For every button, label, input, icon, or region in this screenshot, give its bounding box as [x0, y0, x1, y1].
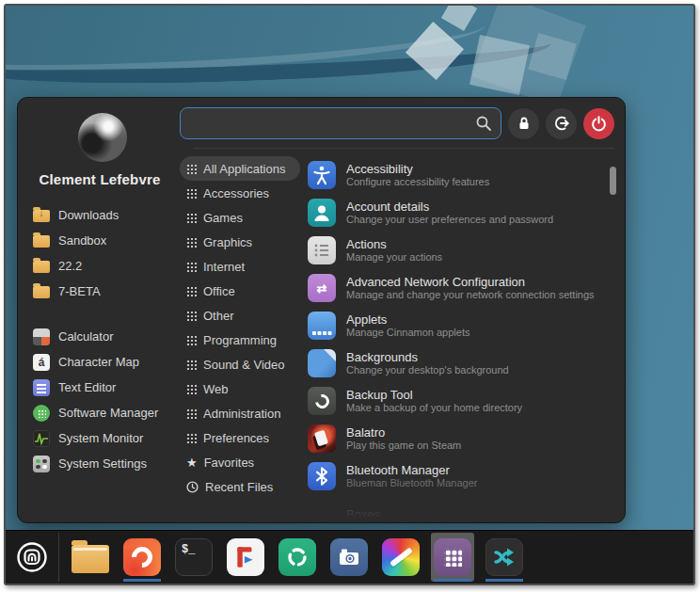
category-label: Office — [203, 284, 235, 298]
network-arrows-icon: ⇄ — [308, 274, 336, 302]
accessibility-icon — [308, 161, 336, 189]
category-programming[interactable]: Programming — [180, 328, 300, 352]
category-label: Other — [203, 309, 234, 323]
category-office[interactable]: Office — [180, 279, 300, 303]
category-label: Administration — [203, 407, 280, 421]
category-all-applications[interactable]: All Applications — [180, 156, 300, 181]
taskbar-firefox[interactable] — [120, 533, 164, 582]
backgrounds-icon — [308, 349, 336, 377]
paint-wheel-icon — [382, 538, 420, 576]
app-name: Backgrounds — [346, 350, 509, 364]
app-description: Manage Cinnamon applets — [346, 327, 469, 339]
category-sound-video[interactable]: Sound & Video — [180, 352, 300, 376]
search-input[interactable] — [180, 107, 501, 139]
category-label: Web — [203, 382, 229, 396]
category-administration[interactable]: Administration — [180, 401, 300, 425]
app-name: Balatro — [346, 425, 461, 440]
app-icon — [308, 520, 336, 522]
grid-tiles-icon — [434, 538, 471, 576]
system-monitor-icon — [33, 430, 50, 447]
place-label: 7-BETA — [58, 284, 101, 298]
grid-icon — [186, 286, 197, 296]
logout-button[interactable] — [546, 108, 577, 139]
app-bluetooth-manager[interactable]: Bluetooth Manager Blueman Bluetooth Mana… — [308, 457, 625, 495]
category-games[interactable]: Games — [180, 205, 300, 230]
app-description: Change your desktop's background — [346, 364, 509, 376]
shortcut-system-monitor[interactable]: System Monitor — [33, 425, 176, 451]
category-label: Programming — [203, 333, 277, 347]
taskbar-camera-app[interactable] — [327, 533, 371, 582]
taskbar-terminal[interactable]: $_ — [172, 533, 215, 582]
taskbar-transfer-app[interactable] — [483, 533, 526, 582]
mint-logo — [14, 539, 50, 575]
user-avatar[interactable] — [78, 113, 127, 162]
app-name: Advanced Network Configuration — [346, 275, 595, 289]
taskbar-red-f-launcher[interactable] — [224, 533, 267, 582]
actions-list-icon — [308, 236, 336, 264]
category-recent-files[interactable]: Recent Files — [180, 474, 300, 499]
scrollbar-thumb[interactable] — [610, 167, 616, 195]
shortcut-system-settings[interactable]: System Settings — [33, 451, 176, 476]
lock-icon — [517, 116, 532, 131]
app-applets[interactable]: Applets Manage Cinnamon applets — [308, 307, 625, 344]
grid-icon — [186, 384, 197, 394]
category-preferences[interactable]: Preferences — [180, 425, 300, 450]
shortcut-calculator[interactable]: Calculator — [33, 324, 176, 349]
app-description: Configure accessibility features — [346, 176, 489, 188]
grid-icon — [186, 164, 197, 174]
category-favorites[interactable]: ★ Favorites — [180, 450, 300, 474]
category-label: Internet — [203, 260, 245, 274]
app-name: Backup Tool — [346, 388, 522, 402]
category-web[interactable]: Web — [180, 376, 300, 401]
menu-button[interactable] — [11, 536, 53, 578]
category-accessories[interactable]: Accessories — [180, 181, 300, 205]
taskbar-drawing-app[interactable] — [379, 533, 422, 582]
star-icon: ★ — [186, 457, 198, 468]
logout-icon — [553, 115, 570, 132]
place-22-2[interactable]: 22.2 — [33, 253, 176, 279]
category-internet[interactable]: Internet — [180, 254, 300, 279]
taskbar: $_ — [6, 530, 693, 584]
app-backup-tool[interactable]: Backup Tool Make a backup of your home d… — [308, 382, 625, 420]
shortcut-text-editor[interactable]: Text Editor — [33, 375, 176, 400]
category-other[interactable]: Other — [180, 303, 300, 328]
category-graphics[interactable]: Graphics — [180, 230, 300, 254]
app-name: Accessibility — [346, 162, 489, 176]
category-label: Sound & Video — [203, 358, 285, 372]
grid-icon — [186, 360, 197, 370]
grid-icon — [186, 433, 197, 443]
calculator-icon — [33, 328, 50, 345]
shortcut-character-map[interactable]: á Character Map — [33, 349, 176, 375]
system-settings-icon — [33, 456, 50, 472]
text-editor-icon — [33, 379, 50, 396]
sync-ring-icon — [278, 538, 316, 576]
app-boxes-partial[interactable]: Boxes — [308, 495, 625, 522]
category-label: Games — [203, 211, 243, 225]
app-name: Bluetooth Manager — [346, 463, 477, 477]
taskbar-green-sync-app[interactable] — [276, 533, 319, 582]
taskbar-web-apps-grid[interactable] — [431, 533, 474, 582]
lock-button[interactable] — [508, 108, 539, 139]
place-sandbox[interactable]: Sandbox — [33, 228, 176, 253]
power-button[interactable] — [583, 108, 614, 139]
place-downloads[interactable]: ↓ Downloads — [33, 202, 176, 228]
taskbar-file-manager[interactable] — [69, 533, 112, 582]
shortcut-label: Software Manager — [58, 406, 158, 420]
app-balatro[interactable]: Balatro Play this game on Steam — [308, 420, 625, 457]
app-account-details[interactable]: Account details Change your user prefere… — [308, 194, 625, 232]
app-advanced-network-configuration[interactable]: ⇄ Advanced Network Configuration Manage … — [308, 269, 625, 307]
place-7-beta[interactable]: 7-BETA — [33, 279, 176, 304]
app-backgrounds[interactable]: Backgrounds Change your desktop's backgr… — [308, 344, 625, 382]
balatro-icon — [308, 424, 336, 453]
folder-icon — [33, 261, 50, 273]
app-description: Make a backup of your home directory — [346, 402, 522, 414]
shortcut-label: Text Editor — [58, 380, 116, 394]
shortcut-software-manager[interactable]: Software Manager — [33, 400, 176, 425]
app-actions[interactable]: Actions Manage your actions — [308, 232, 625, 269]
place-label: 22.2 — [58, 259, 82, 273]
place-label: Sandbox — [58, 233, 106, 248]
app-name: Applets — [346, 312, 469, 327]
app-accessibility[interactable]: Accessibility Configure accessibility fe… — [308, 156, 625, 194]
software-manager-icon — [33, 405, 50, 422]
category-label: All Applications — [203, 162, 285, 176]
